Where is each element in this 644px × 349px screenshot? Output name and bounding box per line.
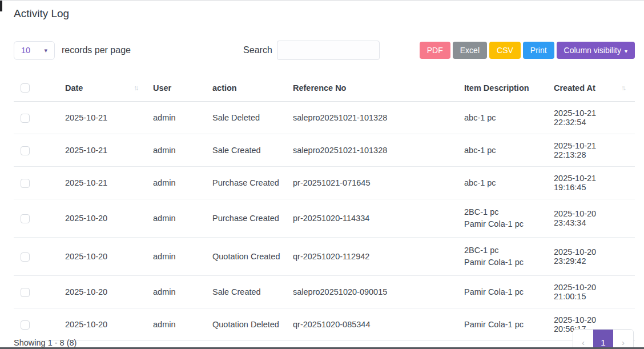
item-description-cell: Pamir Cola-1 pc	[458, 276, 548, 308]
column-header-label: User	[153, 83, 171, 93]
table-row: 2025-10-20adminQuotation Deletedqr-20251…	[14, 308, 635, 341]
row-select-checkbox[interactable]	[21, 252, 30, 262]
table-row: 2025-10-21adminSale Deletedsalepro202510…	[14, 102, 635, 134]
table-controls: 10 ▾ records per page Search PDFExcelCSV…	[14, 41, 635, 60]
action-cell: Sale Created	[207, 134, 287, 167]
column-header-user[interactable]: User	[147, 75, 207, 102]
item-description-line: abc-1 pc	[464, 112, 542, 124]
search-input[interactable]	[277, 41, 380, 60]
select-all-checkbox[interactable]	[21, 83, 30, 93]
row-select-checkbox[interactable]	[21, 320, 30, 330]
table-header-row: Date↑↓UseractionReference NoItem Descrip…	[14, 75, 635, 102]
table-row: 2025-10-20adminPurchase Createdpr-202510…	[14, 199, 635, 238]
date-cell: 2025-10-21	[59, 134, 147, 167]
action-cell: Quotation Deleted	[207, 308, 287, 341]
activity-log-table: Date↑↓UseractionReference NoItem Descrip…	[14, 75, 635, 349]
pagination-prev-button[interactable]: ‹	[573, 330, 593, 349]
created-at-cell: 2025-10-21 22:13:28	[548, 134, 635, 167]
user-cell: admin	[147, 102, 207, 134]
created-at-cell: 2025-10-21 22:32:54	[548, 102, 635, 134]
item-description-cell: abc-1 pc	[458, 134, 548, 167]
created-at-cell: 2025-10-21 19:16:45	[548, 167, 635, 199]
date-cell: 2025-10-20	[59, 308, 147, 341]
showing-summary: Showing 1 - 8 (8)	[14, 338, 77, 347]
created-at-cell: 2025-10-20 23:29:42	[548, 238, 635, 276]
user-cell: admin	[147, 276, 207, 308]
column-header-label: Date	[65, 83, 83, 93]
pagination-next-button[interactable]: ›	[613, 330, 633, 349]
column-header-date[interactable]: Date↑↓	[59, 75, 147, 102]
table-row: 2025-10-20adminSale Createdsalepro202510…	[14, 276, 635, 308]
reference-no-cell: salepro20251020-090015	[287, 276, 458, 308]
item-description-line: 2BC-1 pc	[464, 206, 542, 218]
pagination-page-1-button[interactable]: 1	[593, 330, 613, 349]
column-header-label: Item Description	[464, 83, 529, 93]
excel-button[interactable]: Excel	[453, 42, 487, 59]
reference-no-cell: salepro20251021-101328	[287, 102, 458, 134]
item-description-line: abc-1 pc	[464, 177, 542, 189]
window-edge-mark	[0, 1, 2, 11]
search-label: Search	[243, 45, 272, 55]
item-description-line: Pamir Cola-1 pc	[464, 286, 542, 298]
print-button[interactable]: Print	[523, 42, 554, 59]
reference-no-cell: qr-20251020-085344	[287, 308, 458, 341]
column-header-reference-no[interactable]: Reference No	[287, 75, 458, 102]
column-header-created-at[interactable]: Created At↑↓	[548, 75, 635, 102]
reference-no-cell: pr-20251021-071645	[287, 167, 458, 199]
user-cell: admin	[147, 238, 207, 276]
date-cell: 2025-10-20	[59, 238, 147, 276]
table-row: 2025-10-21adminSale Createdsalepro202510…	[14, 134, 635, 167]
date-cell: 2025-10-20	[59, 276, 147, 308]
column-visibility-button[interactable]: Column visibility▾	[557, 42, 635, 59]
action-cell: Quotation Created	[207, 238, 287, 276]
date-cell: 2025-10-21	[59, 167, 147, 199]
row-select-checkbox[interactable]	[21, 288, 30, 297]
date-cell: 2025-10-21	[59, 102, 147, 134]
reference-no-cell: salepro20251021-101328	[287, 134, 458, 167]
item-description-line: Pamir Cola-1 pc	[464, 218, 542, 230]
item-description-line: abc-1 pc	[464, 145, 542, 157]
item-description-cell: abc-1 pc	[458, 102, 548, 134]
date-cell: 2025-10-20	[59, 199, 147, 238]
item-description-cell: abc-1 pc	[458, 167, 548, 199]
table-row: 2025-10-20adminQuotation Createdqr-20251…	[14, 238, 635, 276]
chevron-down-icon: ▾	[44, 47, 47, 54]
reference-no-cell: qr-20251020-112942	[287, 238, 458, 276]
item-description-line: Pamir Cola-1 pc	[464, 256, 542, 268]
caret-down-icon: ▾	[625, 48, 627, 54]
item-description-cell: 2BC-1 pcPamir Cola-1 pc	[458, 238, 548, 276]
user-cell: admin	[147, 134, 207, 167]
activity-log-page: Activity Log 10 ▾ records per page Searc…	[0, 1, 644, 349]
row-select-checkbox[interactable]	[21, 114, 30, 123]
csv-button[interactable]: CSV	[489, 42, 521, 59]
column-header-label: action	[212, 83, 237, 93]
column-header-label: Reference No	[293, 83, 346, 93]
column-header-label: Created At	[554, 83, 595, 93]
table-row: 2025-10-21adminPurchase Createdpr-202510…	[14, 167, 635, 199]
row-select-checkbox[interactable]	[21, 214, 30, 223]
row-select-checkbox[interactable]	[21, 179, 30, 188]
created-at-cell: 2025-10-20 23:43:34	[548, 199, 635, 238]
records-per-page-select[interactable]: 10 ▾	[14, 41, 55, 60]
created-at-cell: 2025-10-20 21:00:15	[548, 276, 635, 308]
item-description-line: Pamir Cola-1 pc	[464, 319, 542, 331]
pagination: ‹ 1 ›	[573, 329, 634, 349]
reference-no-cell: pr-20251020-114334	[287, 199, 458, 238]
action-cell: Purchase Created	[207, 199, 287, 238]
search-group: Search	[243, 41, 380, 60]
user-cell: admin	[147, 167, 207, 199]
item-description-cell: Pamir Cola-1 pc	[458, 308, 548, 341]
page-title: Activity Log	[14, 7, 635, 20]
sort-icon[interactable]: ↑↓	[621, 84, 625, 92]
column-header-select[interactable]	[14, 75, 59, 102]
pdf-button[interactable]: PDF	[420, 42, 450, 59]
column-header-item-description[interactable]: Item Description	[458, 75, 548, 102]
records-per-page-label: records per page	[62, 45, 131, 55]
column-header-action[interactable]: action	[207, 75, 287, 102]
action-cell: Sale Deleted	[207, 102, 287, 134]
item-description-cell: 2BC-1 pcPamir Cola-1 pc	[458, 199, 548, 238]
row-select-checkbox[interactable]	[21, 146, 30, 155]
records-per-page-value: 10	[21, 46, 30, 55]
activity-log-table-wrap: Date↑↓UseractionReference NoItem Descrip…	[14, 75, 635, 349]
sort-icon[interactable]: ↑↓	[134, 84, 137, 92]
